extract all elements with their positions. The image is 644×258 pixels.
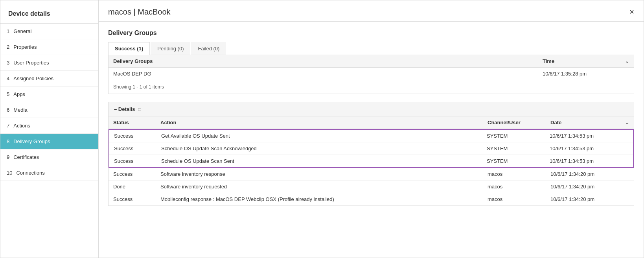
col-header-channel: Channel/User	[488, 120, 550, 125]
row-action: Schedule OS Update Scan Acknowledged	[161, 146, 487, 151]
row-status: Success	[114, 133, 161, 139]
delivery-groups-table-header: Delivery Groups Time ⌄	[109, 55, 634, 68]
sidebar-item-certificates[interactable]: 9Certificates	[0, 149, 98, 165]
table-row: DoneSoftware inventory requestedmacos10/…	[109, 181, 634, 193]
delivery-group-name: MacOS DEP DG	[113, 71, 543, 77]
sidebar-item-media[interactable]: 6Media	[0, 102, 98, 118]
row-status: Success	[113, 171, 160, 177]
details-expand-icon[interactable]: □	[138, 107, 141, 112]
row-channel: macos	[488, 184, 550, 190]
row-action: Mobileconfig response : MacOS DEP Webcli…	[160, 196, 488, 202]
row-action: Schedule OS Update Scan Sent	[161, 158, 487, 164]
row-date: 10/6/17 1:34:20 pm	[550, 184, 629, 190]
table-row: SuccessSoftware inventory responsemacos1…	[109, 168, 634, 181]
table-row: SuccessSchedule OS Update Scan SentSYSTE…	[109, 155, 633, 167]
main-content: macos | MacBook × Delivery Groups Succes…	[99, 0, 644, 258]
sidebar-item-user-properties[interactable]: 3User Properties	[0, 55, 98, 71]
sidebar-item-assigned-policies[interactable]: 4Assigned Policies	[0, 71, 98, 87]
delivery-groups-table: Delivery Groups Time ⌄ MacOS DEP DG10/6/…	[108, 55, 634, 94]
col-header-delivery-groups: Delivery Groups	[113, 58, 543, 64]
showing-text: Showing 1 - 1 of 1 items	[109, 80, 634, 94]
time-sort-icon[interactable]: ⌄	[625, 59, 629, 64]
row-channel: SYSTEM	[487, 146, 550, 151]
row-date: 10/6/17 1:34:53 pm	[550, 158, 628, 164]
sidebar-item-apps[interactable]: 5Apps	[0, 87, 98, 102]
row-channel: SYSTEM	[487, 158, 550, 164]
row-date: 10/6/17 1:34:20 pm	[550, 196, 629, 202]
row-action: Software inventory response	[160, 171, 488, 177]
close-button[interactable]: ×	[629, 7, 634, 17]
sidebar-item-actions[interactable]: 7Actions	[0, 118, 98, 134]
table-row: SuccessMobileconfig response : MacOS DEP…	[109, 193, 634, 206]
row-date: 10/6/17 1:34:53 pm	[550, 146, 628, 151]
row-action: Software inventory requested	[160, 184, 488, 190]
highlighted-rows-group: SuccessGet Available OS Update SentSYSTE…	[109, 129, 634, 168]
sidebar-item-delivery-groups[interactable]: 8Delivery Groups	[0, 134, 98, 149]
table-row: MacOS DEP DG10/6/17 1:35:28 pm	[109, 68, 634, 80]
tabs-container: Success (1)Pending (0)Failed (0)	[108, 42, 634, 55]
sidebar-title: Device details	[0, 4, 98, 24]
col-header-date: Date ⌄	[550, 120, 629, 125]
details-table-header: Status Action Channel/User Date ⌄	[109, 116, 634, 129]
tab-success--1-[interactable]: Success (1)	[108, 42, 150, 55]
row-action: Get Available OS Update Sent	[161, 133, 487, 139]
tab-failed--0-[interactable]: Failed (0)	[191, 42, 226, 55]
details-title: – Details	[114, 106, 135, 112]
sidebar-item-general[interactable]: 1General	[0, 24, 98, 39]
row-status: Done	[113, 184, 160, 190]
row-status: Success	[114, 158, 161, 164]
row-status: Success	[113, 196, 160, 202]
row-status: Success	[114, 146, 161, 151]
sidebar-item-connections[interactable]: 10Connections	[0, 165, 98, 181]
sidebar-item-properties[interactable]: 2Properties	[0, 39, 98, 55]
row-date: 10/6/17 1:34:20 pm	[550, 171, 629, 177]
details-section: – Details □ Status Action Channel/User D…	[108, 102, 634, 206]
tab-pending--0-[interactable]: Pending (0)	[151, 42, 190, 55]
page-title: macos | MacBook	[108, 7, 171, 17]
row-date: 10/6/17 1:34:53 pm	[550, 133, 628, 139]
delivery-groups-section-title: Delivery Groups	[108, 29, 634, 37]
details-header: – Details □	[109, 102, 634, 116]
date-sort-icon[interactable]: ⌄	[625, 120, 629, 125]
sidebar: Device details 1General2Properties3User …	[0, 0, 99, 258]
table-row: SuccessGet Available OS Update SentSYSTE…	[109, 130, 633, 142]
main-body: Delivery Groups Success (1)Pending (0)Fa…	[99, 22, 644, 258]
main-header: macos | MacBook ×	[99, 0, 644, 22]
row-channel: macos	[488, 196, 550, 202]
col-header-action: Action	[160, 120, 488, 125]
table-row: SuccessSchedule OS Update Scan Acknowled…	[109, 142, 633, 155]
delivery-group-time: 10/6/17 1:35:28 pm	[543, 71, 629, 77]
col-header-time: Time ⌄	[543, 58, 629, 64]
row-channel: SYSTEM	[487, 133, 550, 139]
col-header-status: Status	[113, 120, 160, 125]
row-channel: macos	[488, 171, 550, 177]
